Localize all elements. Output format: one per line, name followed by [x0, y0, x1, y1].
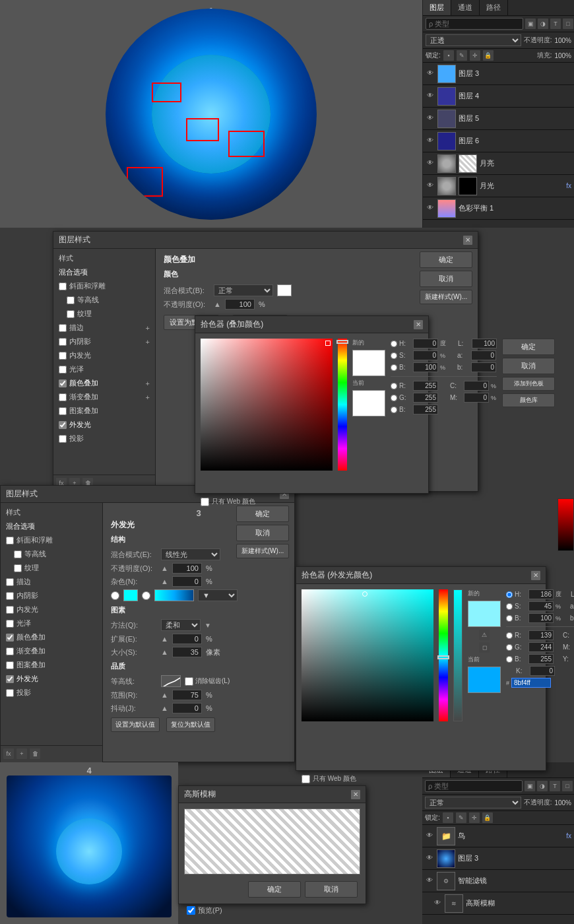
cp1-add-swatch-btn[interactable]: 添加到色板 — [502, 377, 555, 391]
cp2-alpha-bar[interactable] — [453, 589, 462, 721]
cp1-close[interactable]: ✕ — [414, 320, 423, 329]
style-item-stroke[interactable]: 描边 + — [53, 321, 155, 335]
og-stroke-check[interactable] — [6, 578, 14, 586]
filter-adjust-icon[interactable]: ◑ — [538, 18, 548, 29]
og-solid-color[interactable] — [123, 589, 138, 601]
og-cancel-btn[interactable]: 取消 — [236, 525, 289, 541]
eye-icon-4[interactable]: 👁 — [426, 159, 435, 168]
layer-item-2[interactable]: 👁 图层 5 — [423, 108, 574, 130]
style-item-drop-shadow[interactable]: 投影 — [53, 432, 155, 446]
filter-shape-icon[interactable]: □ — [563, 18, 573, 29]
layer-item-1[interactable]: 👁 图层 4 — [423, 85, 574, 108]
gaussian-cancel-btn[interactable]: 取消 — [305, 881, 358, 898]
s4-icon-3[interactable]: T — [550, 781, 560, 791]
og-solid-radio[interactable] — [111, 591, 119, 600]
gaussian-close[interactable]: ✕ — [351, 790, 360, 799]
cp2-gradient-box[interactable] — [302, 589, 433, 721]
og-outer-glow-item[interactable]: 外发光 — [1, 672, 102, 686]
layer-item-6[interactable]: 👁 色彩平衡 1 — [423, 197, 574, 220]
og-outer-glow-check[interactable] — [6, 675, 14, 683]
cp1-b-input[interactable] — [413, 362, 438, 372]
cp1-s-input[interactable] — [413, 350, 438, 360]
style-item-contour[interactable]: 等高线 — [53, 293, 155, 307]
style-item-color-overlay[interactable]: 颜色叠加 + — [53, 376, 155, 390]
s4-eye-gaussian[interactable]: 👁 — [433, 899, 442, 908]
dialog-header-1[interactable]: 图层样式 ✕ — [53, 232, 478, 249]
style-check-texture[interactable] — [67, 310, 75, 318]
s4-lock-3[interactable]: ✛ — [469, 812, 480, 823]
s4-lock-1[interactable]: ▪ — [443, 812, 453, 823]
cp2-hue-bar[interactable] — [439, 589, 448, 721]
opacity-input-1[interactable] — [225, 299, 255, 310]
cp2-b-radio[interactable] — [506, 615, 513, 622]
s4-icon-4[interactable]: □ — [562, 781, 573, 791]
s4-layer-3[interactable]: 👁 图层 3 — [422, 847, 574, 870]
lock-transparent-icon[interactable]: ▪ — [443, 50, 454, 61]
style-check-drop-shadow[interactable] — [59, 435, 67, 443]
layer-item-4[interactable]: 👁 月亮 — [423, 152, 574, 175]
cp1-h-input[interactable] — [413, 339, 438, 348]
cp1-cancel-btn[interactable]: 取消 — [502, 358, 555, 374]
og-noise-input[interactable] — [172, 576, 202, 587]
cp2-h-radio[interactable] — [506, 591, 513, 598]
og-fx-icon[interactable]: fx — [3, 748, 14, 759]
layer-item-3[interactable]: 👁 图层 6 — [423, 130, 574, 152]
style-check-inner-glow[interactable] — [59, 352, 67, 360]
new-style-btn-1[interactable]: 新建样式(W)... — [420, 290, 472, 304]
og-drop-shadow-item[interactable]: 投影 — [1, 686, 102, 700]
og-color-overlay-check[interactable] — [6, 634, 14, 642]
style-check-stroke[interactable] — [59, 324, 67, 332]
og-stroke-item[interactable]: 描边 — [1, 575, 102, 589]
cp2-g-radio[interactable] — [506, 644, 513, 651]
lock-all-icon[interactable]: 🔒 — [483, 50, 494, 61]
style-item-texture[interactable]: 纹理 — [53, 307, 155, 321]
style-item-satin[interactable]: 光泽 — [53, 362, 155, 376]
cp1-web-check[interactable] — [201, 498, 209, 506]
og-range-input[interactable] — [172, 690, 202, 700]
og-inner-glow-check[interactable] — [6, 606, 14, 614]
og-bevel-item[interactable]: 斜面和浮雕 — [1, 533, 102, 547]
cp2-b3-input[interactable] — [528, 654, 554, 664]
style-item-outer-glow[interactable]: 外发光 — [53, 418, 155, 432]
og-color-overlay-item[interactable]: 颜色叠加 — [1, 630, 102, 644]
cp1-b3-input[interactable] — [413, 405, 438, 414]
main-canvas[interactable]: 1 — [0, 0, 422, 228]
og-default-btn[interactable]: 设置为默认值 — [111, 717, 160, 732]
og-method-select[interactable]: 柔和 — [161, 619, 201, 631]
eye-icon-5[interactable]: 👁 — [426, 182, 435, 191]
og-texture-check[interactable] — [14, 564, 22, 572]
cp1-r-input[interactable] — [413, 381, 438, 391]
cp1-c-input[interactable] — [464, 381, 489, 391]
cancel-btn-1[interactable]: 取消 — [420, 271, 472, 287]
og-gradient-type[interactable]: ▼ — [198, 589, 238, 601]
style-check-pattern-overlay[interactable] — [59, 407, 67, 415]
s4-layer-bird[interactable]: 👁 📁 鸟 fx — [422, 825, 574, 847]
layer-item-0[interactable]: 👁 图层 3 — [423, 63, 574, 85]
layer-item-5[interactable]: 👁 月光 fx — [423, 175, 574, 197]
s4-eye-bird[interactable]: 👁 — [425, 832, 434, 841]
cp2-k-input[interactable] — [530, 666, 555, 676]
eye-icon-2[interactable]: 👁 — [426, 114, 435, 123]
cp2-s-input[interactable] — [528, 601, 554, 611]
section4-canvas[interactable]: 4 — [0, 762, 178, 924]
style-item-bevel[interactable]: 斜面和浮雕 — [53, 279, 155, 293]
cp2-b3-radio[interactable] — [506, 656, 513, 663]
cp1-m-input[interactable] — [464, 393, 489, 403]
tab-channels[interactable]: 通道 — [451, 0, 480, 15]
s4-lock-4[interactable]: 🔒 — [482, 812, 493, 823]
s4-blend-select[interactable]: 正常 — [425, 797, 521, 808]
style-check-gradient-overlay[interactable] — [59, 393, 67, 401]
og-add-icon[interactable]: + — [16, 748, 27, 759]
filter-pixel-icon[interactable]: ▣ — [525, 18, 536, 29]
cp1-hue-bar[interactable] — [338, 339, 347, 471]
cp2-warn-icon[interactable]: ⚠ — [479, 630, 490, 640]
style-item-inner-glow[interactable]: 内发光 — [53, 348, 155, 362]
cp2-header[interactable]: 拾色器 (外发光颜色) ✕ — [296, 567, 546, 584]
cp2-s-radio[interactable] — [506, 603, 513, 610]
eye-icon-3[interactable]: 👁 — [426, 137, 435, 146]
og-contour-preview[interactable] — [161, 675, 181, 687]
og-blend-select[interactable]: 线性光 — [161, 548, 220, 560]
og-pattern-item[interactable]: 图案叠加 — [1, 658, 102, 672]
og-new-style-btn[interactable]: 新建样式(W)... — [236, 544, 289, 558]
cp2-h-input[interactable] — [528, 589, 554, 599]
